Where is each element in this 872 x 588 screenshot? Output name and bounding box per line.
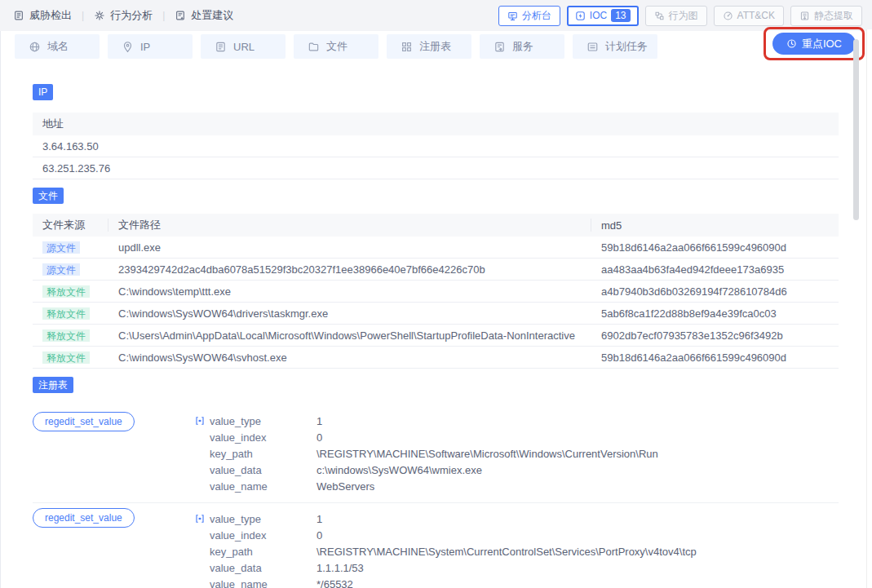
field-key: value_type [210, 415, 316, 427]
file-table-header: 文件来源 文件路径 md5 [33, 214, 839, 237]
key-ioc-button[interactable]: 重点IOC [772, 33, 856, 55]
registry-section-badge: 注册表 [33, 377, 73, 393]
file-md5: 5ab6f8ca1f22d88b8ef9a4e39fca0c03 [591, 307, 839, 320]
attack-button[interactable]: ATT&CK [714, 6, 784, 26]
button-label: 静态提取 [814, 9, 853, 23]
tab-scheduled-task[interactable]: 计划任务 [573, 34, 657, 59]
expand-json-icon[interactable] [194, 513, 210, 524]
file-row: 源文件 2393429742d2ac4dba6078a51529f3bc2032… [33, 259, 839, 281]
registry-field-row: value_type 1 [194, 511, 839, 527]
file-path: 2393429742d2ac4dba6078a51529f3bc20327f1e… [108, 263, 591, 276]
ip-pin-icon [122, 41, 134, 53]
ioc-filter-tabs: 域名 IP URL 文件 注册表 [0, 31, 872, 60]
nav-label: 处置建议 [191, 8, 233, 23]
static-extract-button[interactable]: 静态提取 [790, 6, 862, 26]
column-header: 地址 [33, 117, 839, 131]
registry-field-row: value_index 0 [194, 527, 839, 543]
tab-label: URL [233, 41, 255, 53]
field-key: value_data [210, 562, 316, 574]
ip-table-header: 地址 [33, 113, 839, 135]
static-extract-icon [799, 11, 810, 21]
registry-fields: value_type 1 value_index 0 key_path \REG… [194, 511, 839, 588]
registry-field-row: key_path \REGISTRY\MACHINE\System\Curren… [194, 543, 839, 559]
file-row: 源文件 updll.exe 59b18d6146a2aa066f661599c4… [33, 237, 839, 259]
service-icon [494, 41, 506, 53]
column-header: 文件路径 [108, 219, 591, 232]
nav-label: 行为分析 [110, 8, 153, 23]
registry-field-row: value_data 1.1.1.1/53 [194, 559, 839, 576]
file-path: C:\windows\SysWOW64\drivers\taskmgr.exe [108, 307, 591, 320]
threat-report-icon [13, 10, 24, 21]
file-table: 文件来源 文件路径 md5 源文件 updll.exe 59b18d6146a2… [33, 214, 839, 369]
registry-field-row: value_index 0 [194, 429, 839, 445]
registry-grid-icon [401, 41, 413, 53]
ioc-analysis-screen: 威胁检出 | 行为分析 | 处置建议 分析台 [0, 0, 872, 588]
file-source-badge: 源文件 [42, 263, 80, 276]
console-icon [507, 11, 518, 21]
registry-action-button[interactable]: regedit_set_value [33, 508, 135, 528]
ip-row: 63.251.235.76 [33, 157, 839, 179]
button-label: 分析台 [522, 9, 551, 23]
field-key: value_name [210, 480, 316, 493]
analysis-console-button[interactable]: 分析台 [498, 6, 560, 26]
tab-label: 域名 [47, 39, 69, 54]
field-value: WebServers [316, 480, 374, 493]
file-row: 释放文件 C:\Users\Admin\AppData\Local\Micros… [33, 325, 839, 347]
behavior-graph-button[interactable]: 行为图 [645, 6, 707, 26]
ip-address: 63.251.235.76 [33, 162, 839, 175]
clock-icon [786, 38, 797, 49]
tab-domain[interactable]: 域名 [15, 34, 100, 59]
nav-disposal-advice[interactable]: 处置建议 [175, 8, 233, 23]
key-ioc-annotation-box: 重点IOC [764, 27, 865, 60]
ioc-icon [575, 11, 586, 21]
ioc-button[interactable]: IOC 13 [567, 6, 639, 26]
scrollbar-thumb[interactable] [853, 39, 859, 220]
file-source-badge: 源文件 [42, 241, 80, 254]
file-section: 文件 文件来源 文件路径 md5 源文件 updll.exe 59b18d614… [33, 188, 839, 369]
file-source-badge: 释放文件 [42, 307, 90, 320]
behavior-graph-icon [654, 11, 665, 21]
field-key: value_type [210, 513, 316, 525]
column-header: 文件来源 [33, 219, 108, 232]
file-path: updll.exe [108, 241, 591, 254]
tab-file[interactable]: 文件 [294, 34, 378, 59]
registry-entry: regedit_set_value value_type 1 value_ind… [33, 503, 839, 588]
file-row: 释放文件 C:\windows\SysWOW64\svhost.exe 59b1… [33, 347, 839, 369]
registry-field-row: key_path \REGISTRY\MACHINE\Software\Micr… [194, 445, 839, 462]
ip-row: 3.64.163.50 [33, 135, 839, 157]
field-value: 1 [316, 415, 322, 427]
field-key: key_path [210, 448, 316, 460]
behavior-analysis-icon [94, 10, 105, 21]
divider: | [82, 10, 84, 21]
tab-url[interactable]: URL [201, 34, 286, 59]
top-toolbar: 威胁检出 | 行为分析 | 处置建议 分析台 [0, 0, 872, 31]
panel-left-border [0, 31, 1, 588]
nav-threat-detection[interactable]: 威胁检出 [13, 8, 72, 23]
scrollbar-track[interactable] [866, 29, 872, 588]
file-path: C:\Users\Admin\AppData\Local\Microsoft\W… [108, 329, 591, 342]
file-path: C:\windows\SysWOW64\svhost.exe [108, 351, 591, 364]
registry-action-button[interactable]: regedit_set_value [33, 412, 135, 431]
folder-icon [308, 41, 320, 53]
nav-behavior-analysis[interactable]: 行为分析 [94, 8, 153, 23]
file-row: 释放文件 C:\windows\temp\ttt.exe a4b7940b3d6… [33, 281, 839, 303]
field-key: value_index [210, 529, 316, 542]
tab-registry[interactable]: 注册表 [387, 34, 471, 59]
tab-service[interactable]: 服务 [480, 34, 564, 59]
field-value: 0 [316, 431, 322, 444]
registry-field-row: value_type 1 [194, 413, 839, 429]
field-value: c:\windows\SysWOW64\wmiex.exe [316, 464, 482, 476]
field-key: value_index [210, 431, 316, 444]
registry-section: 注册表 regedit_set_value value_type 1 value… [33, 377, 839, 588]
expand-json-icon[interactable] [194, 415, 210, 427]
advice-icon [175, 10, 186, 21]
button-label: ATT&CK [737, 10, 775, 21]
tab-ip[interactable]: IP [108, 34, 193, 59]
ip-section-badge: IP [33, 84, 53, 100]
divider: | [162, 10, 165, 21]
field-value: \REGISTRY\MACHINE\Software\Microsoft\Win… [316, 448, 658, 460]
field-value: */65532 [316, 578, 353, 588]
file-source-badge: 释放文件 [42, 285, 90, 298]
registry-field-row: value_data c:\windows\SysWOW64\wmiex.exe [194, 462, 839, 478]
tab-label: 注册表 [419, 39, 451, 54]
